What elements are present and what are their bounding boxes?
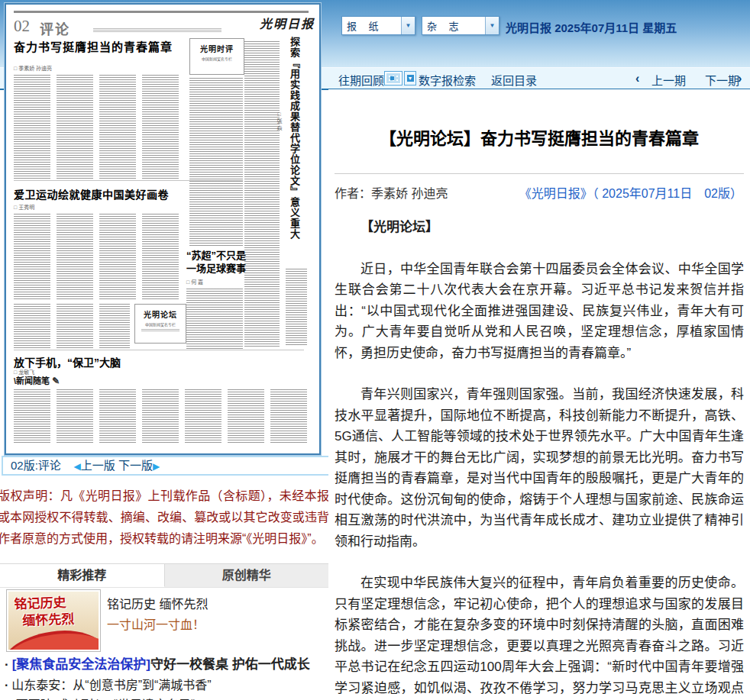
thumb-authors-main: □ 季素娇 孙迪亮 [14,64,52,72]
calendar-icon[interactable] [384,71,402,85]
pen-icon: ✎ [52,376,60,386]
newspaper-select-value: 报 纸 [342,18,401,33]
newsprint-text-block [244,41,280,347]
article-pane: 【光明论坛】奋力书写挺膺担当的青春篇章 作者：季素娇 孙迪亮 《光明日报》（ 2… [328,89,750,700]
article-body: 【光明论坛】 近日，中华全国青年联合会第十四届委员会全体会议、中华全国学生联合会… [328,217,750,700]
newsprint-text-block [57,75,93,182]
thumb-vertical-author: □ 张 焱 [275,111,283,131]
article-author: 作者：季素娇 孙迪亮 [335,183,448,202]
banner-calligraphy-text: 铭记历史 缅怀先烈 [14,595,74,631]
newsprint-text-block [99,214,136,299]
newsprint-text-block [186,289,243,350]
magazine-select[interactable]: 杂 志 ▼ [422,16,499,35]
copyright-notice: 版权声明：凡《光明日报》上刊载作品（含标题），未经本报或本网授权不得转载、摘编、… [0,485,329,550]
thumb-headline-main: 奋力书写挺膺担当的青春篇章 [14,40,191,55]
article-source-link[interactable]: 《光明日报》（ 2025年07月11日 02版） [519,183,742,202]
prev-page-arrow-icon[interactable]: ◀ [74,461,81,472]
recommend-item-link[interactable]: 一寸山河一寸血！ [107,615,205,633]
article-meta-row: 作者：季素娇 孙迪亮 《光明日报》（ 2025年07月11日 02版） [328,174,750,202]
back-to-toc-link[interactable]: 返回目录 [491,72,537,88]
chevron-down-icon[interactable]: ▼ [401,17,415,34]
tab-featured[interactable]: 精彩推荐 [0,564,165,587]
thumb-masthead: 光明日报 [260,14,315,32]
issue-date: 2025年07月11日 星期五 [554,21,677,34]
thumb-date-strip [93,28,221,32]
tab-original[interactable]: 原创精华 [165,564,329,587]
thumb-section-name: 评论 [40,18,70,38]
paragraph: 青年兴则国家兴，青年强则国家强。当前，我国经济快速发展，科技水平显著提升，国际地… [335,384,744,552]
header-rule [14,11,309,13]
list-item[interactable]: ·山东泰安：从“创意书房”到“满城书香” [5,675,325,693]
digital-newspaper-reader: 报 纸 ▼ 杂 志 ▼ 光明日报 2025年07月11日 星期五 往期回顾 ▼ … [0,0,750,700]
prev-issue-arrow[interactable]: ‹ [635,72,639,85]
recommend-tabs: 精彩推荐 原创精华 [0,563,328,588]
newsprint-text-block [142,214,179,299]
recommend-banner-image[interactable]: 铭记历史 缅怀先烈 [6,589,101,652]
newsprint-text-block [142,389,179,444]
newsprint-text-block [57,389,93,444]
next-issue-link[interactable]: 下一期 [705,72,739,88]
recommend-item-title[interactable]: 铭记历史 缅怀先烈 [107,594,208,612]
email-strip [141,329,179,332]
essay-tag: \新闻随笔 ✎ [14,374,60,386]
newsprint-text-block [57,304,93,350]
article-title: 【光明论坛】奋力书写挺膺担当的青春篇章 [335,124,744,149]
next-page-link[interactable]: 下一版 [118,459,153,472]
next-issue-arrow[interactable]: › [738,72,742,85]
digital-search-link[interactable]: 数字报检索 [419,72,476,88]
newsprint-text-block [228,389,264,444]
masthead-date-line: 光明日报 2025年07月11日 星期五 [506,19,677,35]
column-box-shiping: 光明时评 中国新闻奖名专栏 [189,38,244,75]
newsprint-text-block [14,75,50,182]
thumb-authors-health: □ 王秀明 [14,203,34,211]
column-box-luntan: 光明论坛 中国新闻奖名专栏 [134,304,186,344]
item-category-link[interactable]: [聚焦食品安全法治保护] [12,657,150,672]
newsprint-text-block [99,389,136,444]
thumb-authors-soccer: □ 何 嘉 [186,278,203,285]
thumb-vertical-headline: 探索『用实践成果替代学位论文』意义重大 [287,37,302,258]
newsprint-text-block [99,304,130,350]
thumb-page-number: 02 [14,17,30,36]
chevron-down-icon[interactable]: ▼ [485,17,499,34]
column-tag: 【光明论坛】 [335,217,744,238]
paragraph: 在实现中华民族伟大复兴的征程中，青年肩负着重要的历史使命。只有坚定理想信念，牢记… [335,573,744,700]
list-item[interactable]: ·“西夏陵”成功列入《世界遗产名录》 [5,695,325,700]
prev-issue-link[interactable]: 上一期 [651,72,686,88]
newsprint-text-block [99,75,136,182]
thumb-headline-soccer: “苏超”不只是 一场足球赛事 [186,249,251,275]
left-pane: 02 评论 光明日报 奋力书写挺膺担当的青春篇章 □ 季素娇 孙迪亮 光明时评 … [0,0,328,700]
newsprint-text-block [14,304,50,350]
page-label: 02版:评论 [11,459,61,472]
newsprint-text-block [270,389,307,444]
newspaper-page-thumbnail[interactable]: 02 评论 光明日报 奋力书写挺膺担当的青春篇章 □ 季素娇 孙迪亮 光明时评 … [5,3,321,455]
newsprint-text-block [189,78,243,247]
newsprint-text-block [286,269,307,345]
magazine-select-value: 杂 志 [422,18,485,33]
newsprint-text-block [14,214,50,299]
newspaper-select[interactable]: 报 纸 ▼ [341,16,415,35]
newsprint-text-block [185,389,221,444]
date-picker[interactable]: ▼ [384,71,416,85]
paragraph: 近日，中华全国青年联合会第十四届委员会全体会议、中华全国学生联合会第二十八次代表… [335,259,744,364]
page-navigation-bar: 02版:评论 ◀上一版 下一版▶ [2,456,331,476]
list-item[interactable]: ·[聚焦食品安全法治保护]守好一校餐桌 护佑一代成长 [5,653,325,673]
newsprint-text-block [57,214,93,299]
newsprint-text-block [14,389,50,444]
paper-name: 光明日报 [506,21,551,34]
prev-page-link[interactable]: 上一版 [81,459,115,472]
back-issues-link[interactable]: 往期回顾 [338,72,384,88]
thumb-headline-phone: 放下手机，“保卫”大脑 [14,354,121,369]
next-page-arrow-icon[interactable]: ▶ [153,461,160,472]
calendar-dropdown-icon[interactable]: ▼ [404,71,416,85]
newsprint-text-block [142,75,179,182]
thumb-headline-health: 爱卫运动绘就健康中国美好画卷 [14,186,169,202]
